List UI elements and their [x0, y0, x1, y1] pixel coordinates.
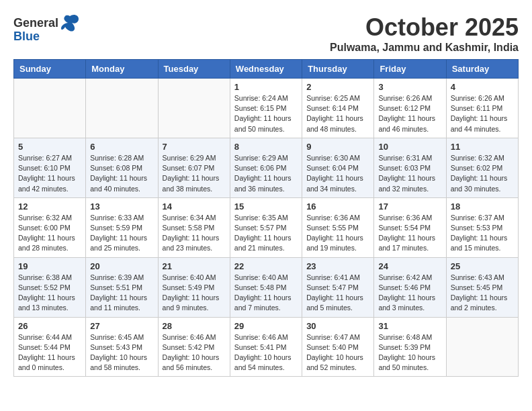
day-number: 21	[163, 261, 226, 271]
calendar-cell: 19Sunrise: 6:38 AM Sunset: 5:52 PM Dayli…	[14, 257, 86, 317]
day-info: Sunrise: 6:40 AM Sunset: 5:49 PM Dayligh…	[163, 273, 226, 314]
calendar-cell: 25Sunrise: 6:43 AM Sunset: 5:45 PM Dayli…	[446, 257, 518, 317]
calendar-cell: 24Sunrise: 6:42 AM Sunset: 5:46 PM Dayli…	[374, 257, 446, 317]
calendar-cell: 26Sunrise: 6:44 AM Sunset: 5:44 PM Dayli…	[14, 317, 86, 377]
logo: General Blue	[13, 13, 80, 44]
calendar-cell: 15Sunrise: 6:35 AM Sunset: 5:57 PM Dayli…	[230, 197, 302, 257]
calendar-cell: 6Sunrise: 6:28 AM Sunset: 6:08 PM Daylig…	[86, 138, 158, 197]
day-number: 28	[163, 321, 226, 331]
day-number: 19	[18, 261, 81, 271]
day-info: Sunrise: 6:34 AM Sunset: 5:58 PM Dayligh…	[163, 213, 226, 254]
day-number: 17	[378, 201, 441, 212]
calendar-cell: 2Sunrise: 6:25 AM Sunset: 6:14 PM Daylig…	[302, 79, 374, 138]
day-number: 14	[163, 201, 226, 212]
day-info: Sunrise: 6:42 AM Sunset: 5:46 PM Dayligh…	[378, 273, 441, 314]
day-info: Sunrise: 6:46 AM Sunset: 5:42 PM Dayligh…	[163, 332, 226, 373]
day-number: 22	[234, 261, 298, 271]
day-number: 6	[90, 142, 153, 152]
day-info: Sunrise: 6:36 AM Sunset: 5:55 PM Dayligh…	[306, 213, 369, 254]
day-number: 27	[90, 321, 153, 331]
calendar-cell	[14, 79, 86, 138]
day-info: Sunrise: 6:36 AM Sunset: 5:54 PM Dayligh…	[378, 213, 441, 254]
location-title: Pulwama, Jammu and Kashmir, India	[330, 42, 519, 54]
weekday-header-wednesday: Wednesday	[230, 60, 302, 79]
calendar-cell: 1Sunrise: 6:24 AM Sunset: 6:15 PM Daylig…	[230, 79, 302, 138]
weekday-header-row: SundayMondayTuesdayWednesdayThursdayFrid…	[14, 60, 519, 79]
calendar-cell: 30Sunrise: 6:47 AM Sunset: 5:40 PM Dayli…	[302, 317, 374, 377]
day-number: 9	[306, 142, 369, 152]
day-info: Sunrise: 6:41 AM Sunset: 5:47 PM Dayligh…	[306, 273, 369, 314]
weekday-header-thursday: Thursday	[302, 60, 374, 79]
day-info: Sunrise: 6:47 AM Sunset: 5:40 PM Dayligh…	[306, 332, 369, 373]
calendar-cell: 18Sunrise: 6:37 AM Sunset: 5:53 PM Dayli…	[446, 197, 518, 257]
calendar-cell: 21Sunrise: 6:40 AM Sunset: 5:49 PM Dayli…	[158, 257, 230, 317]
day-info: Sunrise: 6:25 AM Sunset: 6:14 PM Dayligh…	[306, 93, 369, 134]
calendar-cell	[158, 79, 230, 138]
weekday-header-saturday: Saturday	[446, 60, 518, 79]
day-info: Sunrise: 6:46 AM Sunset: 5:41 PM Dayligh…	[234, 332, 298, 373]
day-info: Sunrise: 6:44 AM Sunset: 5:44 PM Dayligh…	[18, 332, 81, 373]
day-info: Sunrise: 6:38 AM Sunset: 5:52 PM Dayligh…	[18, 273, 81, 314]
day-info: Sunrise: 6:32 AM Sunset: 6:02 PM Dayligh…	[451, 153, 514, 194]
calendar-cell: 31Sunrise: 6:48 AM Sunset: 5:39 PM Dayli…	[374, 317, 446, 377]
day-info: Sunrise: 6:27 AM Sunset: 6:10 PM Dayligh…	[18, 153, 81, 194]
day-info: Sunrise: 6:37 AM Sunset: 5:53 PM Dayligh…	[451, 213, 514, 254]
day-info: Sunrise: 6:29 AM Sunset: 6:07 PM Dayligh…	[163, 153, 226, 194]
calendar-cell: 10Sunrise: 6:31 AM Sunset: 6:03 PM Dayli…	[374, 138, 446, 197]
calendar-week-5: 26Sunrise: 6:44 AM Sunset: 5:44 PM Dayli…	[14, 317, 519, 377]
calendar-cell	[446, 317, 518, 377]
calendar-cell: 20Sunrise: 6:39 AM Sunset: 5:51 PM Dayli…	[86, 257, 158, 317]
calendar-cell: 29Sunrise: 6:46 AM Sunset: 5:41 PM Dayli…	[230, 317, 302, 377]
day-info: Sunrise: 6:33 AM Sunset: 5:59 PM Dayligh…	[90, 213, 153, 254]
calendar-cell: 17Sunrise: 6:36 AM Sunset: 5:54 PM Dayli…	[374, 197, 446, 257]
calendar-cell: 8Sunrise: 6:29 AM Sunset: 6:06 PM Daylig…	[230, 138, 302, 197]
calendar-cell: 14Sunrise: 6:34 AM Sunset: 5:58 PM Dayli…	[158, 197, 230, 257]
day-info: Sunrise: 6:30 AM Sunset: 6:04 PM Dayligh…	[306, 153, 369, 194]
page-header: General Blue October 2025 Pulwama, Jammu…	[13, 13, 519, 54]
calendar-cell: 9Sunrise: 6:30 AM Sunset: 6:04 PM Daylig…	[302, 138, 374, 197]
day-number: 10	[378, 142, 441, 152]
day-number: 2	[306, 82, 369, 92]
day-number: 20	[90, 261, 153, 271]
calendar-week-1: 1Sunrise: 6:24 AM Sunset: 6:15 PM Daylig…	[14, 79, 519, 138]
calendar-cell: 27Sunrise: 6:45 AM Sunset: 5:43 PM Dayli…	[86, 317, 158, 377]
calendar-cell: 12Sunrise: 6:32 AM Sunset: 6:00 PM Dayli…	[14, 197, 86, 257]
logo-blue-text: Blue	[13, 30, 40, 44]
weekday-header-friday: Friday	[374, 60, 446, 79]
day-info: Sunrise: 6:31 AM Sunset: 6:03 PM Dayligh…	[378, 153, 441, 194]
day-number: 11	[451, 142, 514, 152]
day-info: Sunrise: 6:35 AM Sunset: 5:57 PM Dayligh…	[234, 213, 298, 254]
day-number: 25	[451, 261, 514, 271]
day-number: 7	[163, 142, 226, 152]
calendar-cell: 3Sunrise: 6:26 AM Sunset: 6:12 PM Daylig…	[374, 79, 446, 138]
title-block: October 2025 Pulwama, Jammu and Kashmir,…	[330, 13, 519, 54]
calendar-week-2: 5Sunrise: 6:27 AM Sunset: 6:10 PM Daylig…	[14, 138, 519, 197]
day-info: Sunrise: 6:45 AM Sunset: 5:43 PM Dayligh…	[90, 332, 153, 373]
day-number: 15	[234, 201, 298, 212]
calendar-cell: 7Sunrise: 6:29 AM Sunset: 6:07 PM Daylig…	[158, 138, 230, 197]
day-info: Sunrise: 6:29 AM Sunset: 6:06 PM Dayligh…	[234, 153, 298, 194]
day-number: 4	[451, 82, 514, 92]
calendar-cell	[86, 79, 158, 138]
calendar-cell: 16Sunrise: 6:36 AM Sunset: 5:55 PM Dayli…	[302, 197, 374, 257]
calendar-cell: 5Sunrise: 6:27 AM Sunset: 6:10 PM Daylig…	[14, 138, 86, 197]
day-number: 30	[306, 321, 369, 331]
weekday-header-monday: Monday	[86, 60, 158, 79]
calendar-week-4: 19Sunrise: 6:38 AM Sunset: 5:52 PM Dayli…	[14, 257, 519, 317]
day-number: 8	[234, 142, 298, 152]
day-number: 16	[306, 201, 369, 212]
day-number: 31	[378, 321, 441, 331]
day-info: Sunrise: 6:39 AM Sunset: 5:51 PM Dayligh…	[90, 273, 153, 314]
day-info: Sunrise: 6:28 AM Sunset: 6:08 PM Dayligh…	[90, 153, 153, 194]
day-info: Sunrise: 6:32 AM Sunset: 6:00 PM Dayligh…	[18, 213, 81, 254]
calendar-week-3: 12Sunrise: 6:32 AM Sunset: 6:00 PM Dayli…	[14, 197, 519, 257]
calendar-cell: 11Sunrise: 6:32 AM Sunset: 6:02 PM Dayli…	[446, 138, 518, 197]
day-number: 26	[18, 321, 81, 331]
logo-general-text: General	[13, 16, 58, 30]
calendar-table: SundayMondayTuesdayWednesdayThursdayFrid…	[13, 59, 519, 377]
day-number: 13	[90, 201, 153, 212]
calendar-cell: 23Sunrise: 6:41 AM Sunset: 5:47 PM Dayli…	[302, 257, 374, 317]
day-info: Sunrise: 6:26 AM Sunset: 6:12 PM Dayligh…	[378, 93, 441, 134]
day-number: 5	[18, 142, 81, 152]
weekday-header-tuesday: Tuesday	[158, 60, 230, 79]
